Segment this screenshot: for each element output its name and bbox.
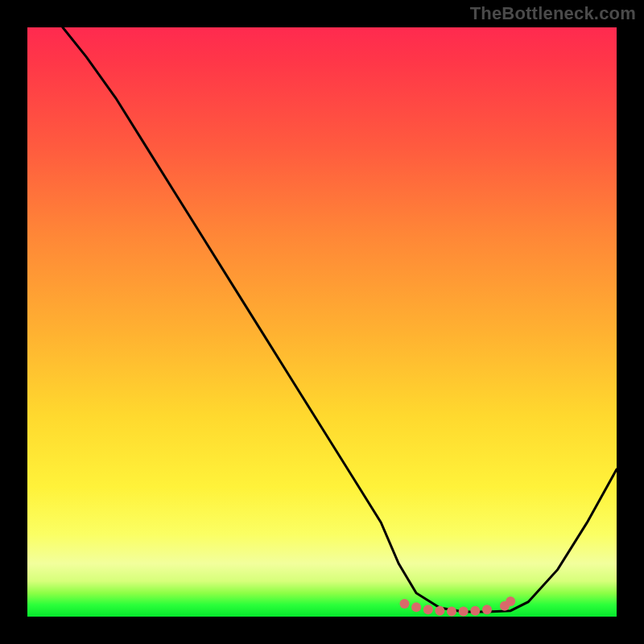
bottom-dot: [411, 602, 421, 612]
plot-area: [27, 27, 617, 617]
bottom-dot: [447, 606, 456, 616]
bottom-dot: [482, 605, 492, 614]
bottom-dot: [423, 605, 433, 614]
curve-layer: [27, 27, 617, 617]
bottom-dot: [400, 599, 410, 609]
bottom-dot: [506, 597, 515, 606]
watermark-text: TheBottleneck.com: [470, 3, 636, 24]
bottom-dot: [459, 606, 469, 616]
bottom-dots-group: [400, 597, 516, 616]
bottom-dot: [435, 606, 444, 616]
chart-frame: TheBottleneck.com: [0, 0, 644, 644]
bottom-dot: [470, 606, 480, 616]
bottleneck-curve-path: [63, 27, 617, 612]
